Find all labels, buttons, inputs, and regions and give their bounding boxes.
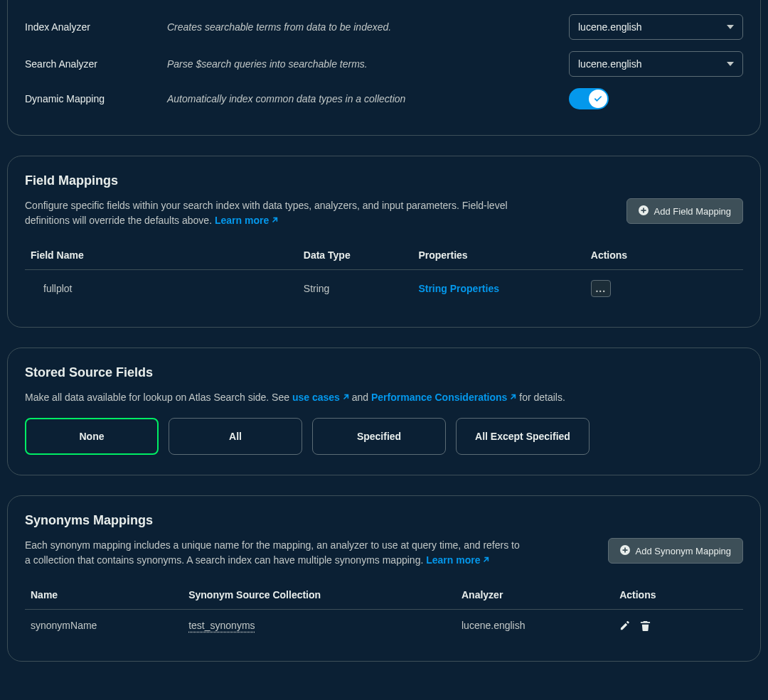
search-analyzer-select[interactable]: lucene.english xyxy=(569,51,743,77)
index-analyzer-select[interactable]: lucene.english xyxy=(569,14,743,40)
data-type-cell: String xyxy=(298,270,413,308)
field-mappings-title: Field Mappings xyxy=(25,173,743,188)
dynamic-mapping-label: Dynamic Mapping xyxy=(25,93,167,104)
search-analyzer-row: Search Analyzer Parse $search queries in… xyxy=(25,45,743,82)
chevron-down-icon xyxy=(727,62,734,66)
field-mappings-table: Field Name Data Type Properties Actions … xyxy=(25,241,743,307)
search-analyzer-desc: Parse $search queries into searchable te… xyxy=(167,58,569,70)
analyzers-card: Index Analyzer Creates searchable terms … xyxy=(7,0,761,136)
field-mappings-card: Field Mappings Configure specific fields… xyxy=(7,156,761,328)
stored-source-options: None All Specified All Except Specified xyxy=(25,418,743,455)
synonyms-learn-more-link[interactable]: Learn more xyxy=(426,554,489,566)
trash-icon[interactable] xyxy=(640,620,651,631)
stored-source-option-specified[interactable]: Specified xyxy=(312,418,446,455)
col-syn-source: Synonym Source Collection xyxy=(183,581,456,610)
col-syn-name: Name xyxy=(25,581,183,610)
dynamic-mapping-desc: Automatically index common data types in… xyxy=(167,93,569,104)
synonyms-desc: Each synonym mapping includes a unique n… xyxy=(25,538,523,568)
add-field-mapping-button[interactable]: Add Field Mapping xyxy=(626,198,743,224)
row-actions-menu-button[interactable]: ... xyxy=(591,280,611,297)
index-analyzer-value: lucene.english xyxy=(578,21,642,33)
external-link-icon xyxy=(482,553,489,568)
index-analyzer-desc: Creates searchable terms from data to be… xyxy=(167,21,569,33)
stored-source-option-none[interactable]: None xyxy=(25,418,159,455)
stored-source-card: Stored Source Fields Make all data avail… xyxy=(7,348,761,475)
index-analyzer-row: Index Analyzer Creates searchable terms … xyxy=(25,9,743,45)
synonyms-card: Synonyms Mappings Each synonym mapping i… xyxy=(7,495,761,662)
stored-source-title: Stored Source Fields xyxy=(25,365,743,380)
dynamic-mapping-row: Dynamic Mapping Automatically index comm… xyxy=(25,82,743,115)
external-link-icon xyxy=(271,213,278,228)
performance-considerations-link[interactable]: Performance Considerations xyxy=(371,392,519,403)
stored-source-option-all-except[interactable]: All Except Specified xyxy=(456,418,590,455)
synonyms-title: Synonyms Mappings xyxy=(25,513,743,528)
check-icon xyxy=(593,94,603,104)
syn-name-cell: synonymName xyxy=(25,610,183,642)
edit-icon[interactable] xyxy=(619,620,630,631)
col-syn-analyzer: Analyzer xyxy=(456,581,614,610)
plus-circle-icon xyxy=(639,205,649,217)
synonyms-table: Name Synonym Source Collection Analyzer … xyxy=(25,581,743,641)
external-link-icon xyxy=(342,390,349,405)
toggle-knob xyxy=(589,90,607,108)
syn-source-cell[interactable]: test_synonyms xyxy=(188,620,255,631)
col-data-type: Data Type xyxy=(298,241,413,270)
col-syn-actions: Actions xyxy=(614,581,743,610)
properties-link[interactable]: String Properties xyxy=(418,283,499,294)
index-analyzer-label: Index Analyzer xyxy=(25,21,167,33)
col-field-name: Field Name xyxy=(25,241,298,270)
search-analyzer-value: lucene.english xyxy=(578,58,642,70)
field-mappings-learn-more-link[interactable]: Learn more xyxy=(215,215,278,226)
search-analyzer-label: Search Analyzer xyxy=(25,58,167,70)
use-cases-link[interactable]: use cases xyxy=(292,392,352,403)
dynamic-mapping-toggle[interactable] xyxy=(569,88,609,109)
col-actions: Actions xyxy=(585,241,743,270)
syn-analyzer-cell: lucene.english xyxy=(456,610,614,642)
add-synonym-mapping-button[interactable]: Add Synonym Mapping xyxy=(608,538,743,564)
chevron-down-icon xyxy=(727,25,734,29)
external-link-icon xyxy=(509,390,516,405)
stored-source-desc: Make all data available for lookup on At… xyxy=(25,390,743,405)
plus-circle-icon xyxy=(620,545,630,557)
field-name-cell: fullplot xyxy=(25,270,298,308)
field-mappings-desc: Configure specific fields within your se… xyxy=(25,198,523,228)
table-row: fullplot String String Properties ... xyxy=(25,270,743,308)
col-properties: Properties xyxy=(412,241,585,270)
stored-source-option-all[interactable]: All xyxy=(169,418,302,455)
table-row: synonymName test_synonyms lucene.english xyxy=(25,610,743,642)
